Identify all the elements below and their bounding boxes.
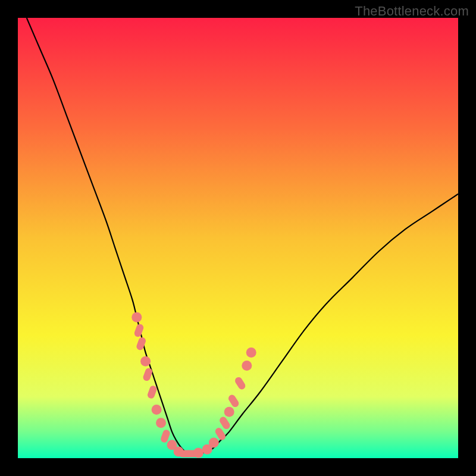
data-marker [140,356,151,367]
data-marker [242,361,252,371]
data-marker [152,405,162,415]
plot-area [18,18,458,458]
data-marker [131,312,142,322]
watermark-text: TheBottleneck.com [355,4,469,19]
data-marker [246,347,256,358]
data-marker [224,407,234,417]
chart-frame: TheBottleneck.com [0,0,476,476]
data-marker [156,418,166,428]
data-marker [209,438,219,448]
gradient-background [18,18,458,458]
bottleneck-chart [18,18,458,458]
data-marker [193,448,203,458]
